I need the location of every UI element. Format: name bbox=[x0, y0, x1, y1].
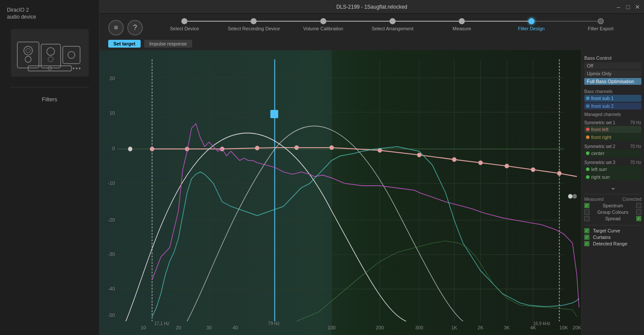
wizard-step-filter-export[interactable]: Filter Export bbox=[566, 18, 635, 31]
channel-right-surr[interactable]: right surr bbox=[584, 174, 641, 180]
device-svg bbox=[15, 33, 84, 72]
detected-range-row: ✓ Detected Range bbox=[584, 241, 641, 246]
chart-main[interactable]: 20 10 0 -10 -20 -30 -40 -50 10 20 30 40 … bbox=[100, 50, 581, 335]
minimize-button[interactable]: – bbox=[615, 4, 621, 10]
bass-channel-1[interactable]: front sub 1 bbox=[584, 95, 641, 102]
curtains-row: ✓ Curtains bbox=[584, 235, 641, 240]
svg-point-10 bbox=[48, 67, 52, 70]
wizard-step-select-device[interactable]: Select Device bbox=[150, 18, 219, 31]
curtains-check[interactable]: ✓ bbox=[584, 235, 589, 240]
help-button[interactable]: ? bbox=[127, 20, 143, 35]
svg-point-1 bbox=[24, 46, 32, 55]
wizard-step-filter-design[interactable]: Filter Design bbox=[496, 18, 566, 31]
display-col-header: Measured Corrected bbox=[584, 197, 641, 202]
channel-front-left[interactable]: front left bbox=[584, 126, 641, 133]
svg-text:-10: -10 bbox=[108, 180, 115, 186]
wizard-sub-buttons: Set target Impulse response bbox=[100, 38, 644, 50]
wizard-step-measure[interactable]: Measure bbox=[427, 18, 496, 31]
group-colours-corrected-check[interactable] bbox=[636, 209, 641, 215]
svg-text:2K: 2K bbox=[477, 325, 483, 330]
svg-text:20: 20 bbox=[176, 325, 181, 330]
svg-point-3 bbox=[25, 56, 31, 62]
target-curve-check[interactable]: ✓ bbox=[584, 228, 589, 233]
channel-center[interactable]: center bbox=[584, 150, 641, 157]
channel-front-right[interactable]: front right bbox=[584, 134, 641, 141]
svg-point-67 bbox=[452, 157, 457, 162]
wizard-step-volume-calibration[interactable]: Volume Calibration bbox=[289, 18, 358, 31]
sidebar-divider bbox=[10, 87, 89, 87]
channel-center-label: center bbox=[591, 151, 605, 156]
step-dot-select-device bbox=[181, 18, 187, 24]
step-label-filter-design: Filter Design bbox=[518, 26, 545, 31]
channel-left-surr[interactable]: left surr bbox=[584, 166, 641, 173]
svg-point-2 bbox=[26, 48, 30, 53]
ch-dot-front-right bbox=[586, 135, 589, 139]
spectrum-label: Spectrum bbox=[591, 203, 634, 208]
group-colours-measured-check[interactable] bbox=[584, 209, 589, 215]
bass-channel-2[interactable]: front sub 2 bbox=[584, 103, 641, 110]
ch-dot-front-left bbox=[586, 128, 589, 131]
sym-set-1-hz: 79 Hz bbox=[630, 120, 641, 125]
svg-point-71 bbox=[557, 171, 561, 176]
svg-text:-40: -40 bbox=[108, 286, 115, 291]
channel-right-surr-label: right surr bbox=[591, 174, 610, 180]
step-dot-select-arrangement bbox=[390, 18, 396, 24]
titlebar-controls: – □ ✕ bbox=[615, 4, 641, 10]
ch-dot-left-surr bbox=[586, 168, 589, 171]
svg-text:-50: -50 bbox=[108, 312, 115, 317]
svg-text:79 Hz: 79 Hz bbox=[268, 321, 280, 325]
sym-set-2-header: Symmetric set 2 70 Hz bbox=[584, 144, 641, 149]
step-dot-select-recording bbox=[251, 18, 257, 24]
impulse-response-button[interactable]: Impulse response bbox=[144, 40, 192, 48]
set-target-button[interactable]: Set target bbox=[108, 40, 141, 48]
svg-text:200: 200 bbox=[376, 325, 384, 330]
ch-dot-right-surr bbox=[586, 175, 589, 179]
wizard-step-select-recording[interactable]: Select Recording Device bbox=[219, 18, 288, 31]
svg-point-5 bbox=[47, 48, 55, 55]
ch-dot-center bbox=[586, 151, 589, 155]
svg-point-69 bbox=[505, 164, 509, 168]
channel-left-surr-label: left surr bbox=[591, 167, 607, 172]
menu-button[interactable]: ≡ bbox=[108, 20, 124, 35]
svg-point-68 bbox=[478, 161, 483, 165]
wizard-nav: ≡ ? Select Device Select Recording Devic… bbox=[100, 14, 644, 38]
svg-text:10: 10 bbox=[141, 325, 146, 330]
expand-channels-button[interactable]: ⌄ bbox=[584, 183, 641, 191]
sidebar: DiracIO 2 audio device Filters bbox=[0, 0, 100, 335]
svg-point-62 bbox=[255, 146, 259, 151]
right-panel: Bass Control Off Upmix Only Full Bass Op… bbox=[581, 50, 644, 335]
restore-button[interactable]: □ bbox=[625, 4, 631, 10]
sym-set-1-title: Symmetric set 1 bbox=[584, 120, 615, 125]
measured-col-label: Measured bbox=[584, 197, 603, 202]
spectrum-corrected-check[interactable] bbox=[636, 203, 641, 208]
app-logo: DiracIO 2 audio device bbox=[0, 7, 99, 26]
bass-ch2-dot bbox=[586, 104, 589, 108]
detected-range-check[interactable]: ✓ bbox=[584, 241, 589, 246]
bass-ch1-label: front sub 1 bbox=[591, 96, 614, 101]
spectrum-measured-check[interactable]: ✓ bbox=[584, 203, 589, 208]
spread-row: Spread ✓ bbox=[584, 216, 641, 221]
chart-area: 20 10 0 -10 -20 -30 -40 -50 10 20 30 40 … bbox=[100, 50, 644, 335]
bass-opt-full[interactable]: Full Bass Optimisation bbox=[584, 78, 641, 85]
wizard-step-select-arrangement[interactable]: Select Arrangement bbox=[358, 18, 427, 31]
svg-text:20: 20 bbox=[109, 76, 115, 81]
bass-opt-off[interactable]: Off bbox=[584, 62, 641, 69]
svg-text:-30: -30 bbox=[108, 251, 115, 257]
group-colours-row: Group Colours bbox=[584, 209, 641, 215]
svg-point-12 bbox=[76, 68, 77, 69]
sym-set-2-hz: 70 Hz bbox=[630, 144, 641, 149]
spectrum-row: ✓ Spectrum bbox=[584, 203, 641, 208]
spread-measured-check[interactable] bbox=[584, 216, 589, 221]
titlebar-title: DLS-2199 - 1Saugflat.relocked bbox=[336, 4, 407, 10]
sym-set-2-title: Symmetric set 2 bbox=[584, 144, 615, 149]
svg-rect-7 bbox=[63, 46, 80, 64]
spread-corrected-check[interactable]: ✓ bbox=[636, 216, 641, 221]
close-button[interactable]: ✕ bbox=[634, 4, 641, 10]
panel-divider-1 bbox=[584, 194, 641, 194]
bass-opt-upmix[interactable]: Upmix Only bbox=[584, 70, 641, 77]
svg-text:3K: 3K bbox=[504, 325, 510, 330]
wizard-icons: ≡ ? bbox=[108, 18, 143, 35]
bass-channels-label: Bass channels bbox=[584, 89, 641, 94]
svg-text:100: 100 bbox=[328, 325, 336, 330]
channel-front-right-label: front right bbox=[591, 135, 611, 140]
